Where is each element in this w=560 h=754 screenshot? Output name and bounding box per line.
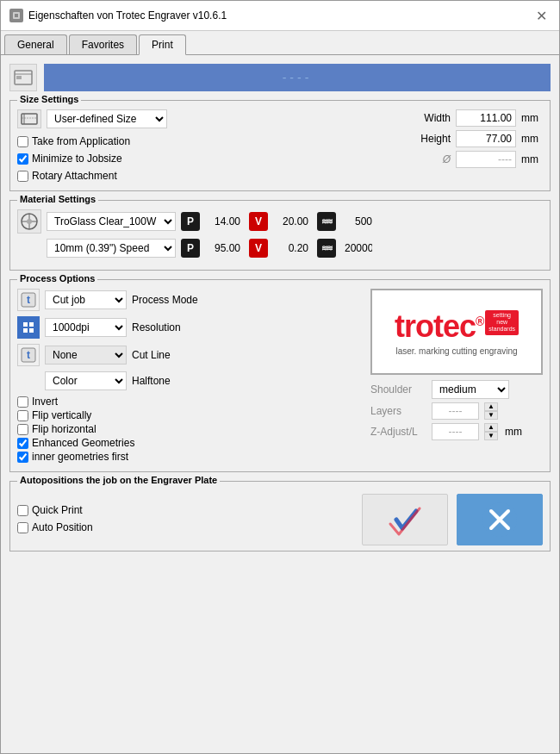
inner-checkbox[interactable] <box>17 452 28 463</box>
autopos-section: Autopositions the job on the Engraver Pl… <box>9 481 551 551</box>
flip-v-checkbox[interactable] <box>17 410 28 421</box>
content-area: ---- Size Settings <box>1 55 559 569</box>
layers-label: Layers <box>370 405 426 417</box>
process-left: t Cut job Process Mode <box>17 289 362 464</box>
size-main-row: User-defined Size Take from Application … <box>17 109 543 184</box>
process-right: trotec® setting new standards laser. mar… <box>370 289 543 464</box>
flip-h-checkbox[interactable] <box>17 424 28 435</box>
zadjust-down-button[interactable]: ▼ <box>484 432 498 440</box>
autopos-label: Autopositions the job on the Engraver Pl… <box>17 475 220 485</box>
cut-line-label: Cut Line <box>132 349 209 361</box>
m-value-1[interactable] <box>341 214 376 229</box>
auto-position-checkbox[interactable] <box>17 522 28 533</box>
material-icon <box>17 209 41 234</box>
layers-spinner: ▲ ▼ <box>484 402 498 420</box>
material-dropdown[interactable]: TroGlass Clear_100W <box>47 212 176 231</box>
take-from-app-label: Take from Application <box>32 135 130 147</box>
inner-row: inner geometries first <box>17 451 362 463</box>
material-settings-label: Material Settings <box>17 194 98 204</box>
trotec-sticker: setting new standards <box>485 310 519 335</box>
shoulder-dropdown[interactable]: medium <box>432 380 509 399</box>
cancel-button[interactable] <box>457 494 543 545</box>
height-row: Height mm <box>416 130 543 147</box>
layers-row: Layers ▲ ▼ <box>370 402 543 420</box>
layers-up-button[interactable]: ▲ <box>484 402 498 411</box>
job-type-dropdown[interactable]: Cut job <box>45 290 127 309</box>
zadjust-spinner: ▲ ▼ <box>484 423 498 440</box>
size-settings-content: User-defined Size Take from Application … <box>17 109 543 184</box>
quick-print-row: Quick Print <box>17 504 93 516</box>
bottom-row: Quick Print Auto Position <box>17 494 543 545</box>
width-label: Width <box>416 112 451 124</box>
close-button[interactable]: ✕ <box>532 6 551 25</box>
app-icon <box>9 9 23 22</box>
cutline-dropdown[interactable]: None <box>45 346 127 365</box>
invert-row: Invert <box>17 396 362 408</box>
layers-down-button[interactable]: ▼ <box>484 411 498 420</box>
p-value-2[interactable] <box>205 240 244 256</box>
tab-print[interactable]: Print <box>139 34 186 55</box>
flip-h-label: Flip horizontal <box>32 423 96 435</box>
material-settings-content: TroGlass Clear_100W P V ≋≋ 10mm (0.39") … <box>17 209 543 258</box>
layers-input[interactable] <box>432 402 479 420</box>
enhanced-checkbox[interactable] <box>17 438 28 449</box>
ok-button[interactable] <box>362 494 448 545</box>
inner-label: inner geometries first <box>32 451 128 463</box>
size-right: Width mm Height mm Ø mm <box>416 109 543 168</box>
cutline-icon: t <box>17 344 40 366</box>
flip-v-row: Flip vertically <box>17 409 362 421</box>
v-value-2[interactable] <box>273 240 312 256</box>
minimize-row: Minimize to Jobsize <box>17 153 167 165</box>
speed-dropdown[interactable]: 10mm (0.39") Speed <box>47 239 176 258</box>
rotary-checkbox[interactable] <box>17 171 28 182</box>
minimize-checkbox[interactable] <box>17 153 28 165</box>
width-input[interactable] <box>456 109 516 127</box>
trotec-tagline: laser. marking cutting engraving <box>395 346 517 356</box>
titlebar-left: Eigenschaften von Trotec Engraver v10.6.… <box>9 9 227 22</box>
invert-checkbox[interactable] <box>17 396 28 408</box>
p-value-1[interactable] <box>205 214 244 229</box>
zadjust-row: Z-Adjust/L ▲ ▼ mm <box>370 423 543 440</box>
height-input[interactable] <box>456 130 516 147</box>
window-title: Eigenschaften von Trotec Engraver v10.6.… <box>28 9 227 22</box>
svg-rect-5 <box>16 76 22 79</box>
preview-bar: ---- <box>9 64 551 91</box>
quick-print-checkbox[interactable] <box>17 505 28 516</box>
size-select-row: User-defined Size <box>17 109 167 128</box>
zadjust-label: Z-Adjust/L <box>370 426 426 438</box>
width-row: Width mm <box>416 109 543 127</box>
tab-general[interactable]: General <box>4 34 67 54</box>
p-badge-2: P <box>181 239 200 258</box>
take-from-app-checkbox[interactable] <box>17 136 28 147</box>
slz-section: Shoulder medium Layers ▲ ▼ <box>370 380 543 440</box>
logo-area: trotec® setting new standards laser. mar… <box>370 289 543 375</box>
preview-icon <box>9 64 37 91</box>
m-value-2[interactable] <box>341 240 376 256</box>
resolution-dropdown[interactable]: 1000dpi <box>45 318 127 337</box>
diameter-row: Ø mm <box>416 151 543 168</box>
zadjust-up-button[interactable]: ▲ <box>484 423 498 432</box>
size-icon <box>17 109 41 128</box>
diameter-input[interactable] <box>456 151 516 168</box>
enhanced-row: Enhanced Geometries <box>17 437 362 449</box>
process-options-label: Process Options <box>17 273 97 284</box>
svg-rect-2 <box>15 14 18 17</box>
process-options-group: Process Options t <box>9 279 551 472</box>
auto-position-row: Auto Position <box>17 521 93 533</box>
halftone-dropdown[interactable]: Color <box>45 371 127 390</box>
material-row2: 10mm (0.39") Speed P V ≋≋ <box>47 239 543 258</box>
rotary-row: Rotary Attachment <box>17 170 167 182</box>
resolution-icon <box>17 316 40 339</box>
tab-bar: General Favorites Print <box>1 31 559 55</box>
halftone-row: Color Halftone <box>17 371 362 390</box>
svg-point-12 <box>27 219 32 224</box>
take-from-app-row: Take from Application <box>17 135 167 147</box>
process-mode-row: t Cut job Process Mode <box>17 289 362 311</box>
tab-favorites[interactable]: Favorites <box>69 34 137 54</box>
v-value-1[interactable] <box>273 214 312 229</box>
zadjust-input[interactable] <box>432 423 479 440</box>
enhanced-label: Enhanced Geometries <box>32 437 134 449</box>
flip-v-label: Flip vertically <box>32 409 91 421</box>
size-dropdown[interactable]: User-defined Size <box>47 109 167 128</box>
resolution-label: Resolution <box>132 321 209 333</box>
